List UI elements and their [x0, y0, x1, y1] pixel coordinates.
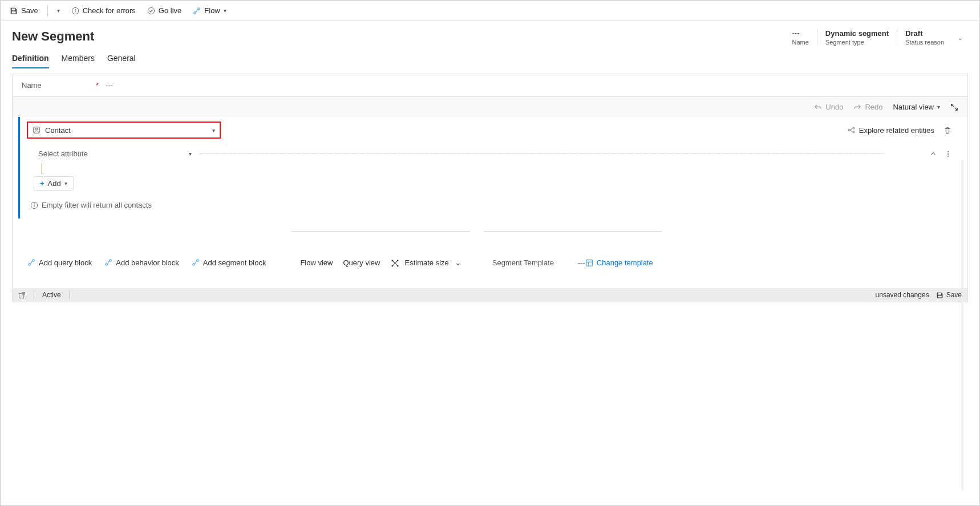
- svg-point-24: [396, 260, 398, 261]
- required-indicator: *: [96, 81, 99, 90]
- svg-point-8: [848, 129, 850, 131]
- popout-button[interactable]: [18, 291, 26, 299]
- chevron-down-icon[interactable]: ⌄: [455, 258, 461, 267]
- check-errors-button[interactable]: Check for errors: [67, 4, 140, 17]
- chevron-up-icon: [930, 151, 937, 157]
- attribute-placeholder: Select attribute: [38, 149, 88, 158]
- status-save-button[interactable]: Save: [936, 291, 962, 299]
- undo-label: Undo: [825, 103, 843, 111]
- chevron-down-icon: ▾: [64, 180, 67, 187]
- redo-icon: [853, 103, 861, 111]
- tab-general[interactable]: General: [107, 54, 136, 68]
- attribute-selector[interactable]: Select attribute ▾: [34, 145, 196, 161]
- svg-point-7: [35, 128, 38, 131]
- svg-rect-16: [34, 205, 34, 207]
- add-query-label: Add query block: [39, 258, 92, 267]
- tab-members[interactable]: Members: [62, 54, 95, 68]
- change-template-button[interactable]: Change template: [585, 258, 653, 267]
- svg-point-12: [947, 153, 949, 155]
- add-label: Add: [48, 179, 61, 188]
- add-condition-button[interactable]: + Add ▾: [34, 176, 74, 191]
- svg-point-22: [197, 260, 199, 262]
- go-live-button[interactable]: Go live: [143, 4, 186, 17]
- name-field-row: Name * ---: [13, 74, 967, 97]
- more-vertical-icon: [945, 151, 951, 157]
- svg-point-18: [33, 260, 35, 262]
- flow-button[interactable]: Flow ▾: [188, 4, 230, 17]
- explore-related-button[interactable]: Explore related entities: [848, 126, 934, 135]
- flow-icon: [27, 258, 35, 266]
- header-expand-button[interactable]: ⌄: [952, 33, 968, 42]
- designer-toolbar: Undo Redo Natural view ▾: [13, 97, 967, 117]
- meta-value: Dynamic segment: [825, 29, 889, 38]
- flow-view-link[interactable]: Flow view: [300, 258, 333, 267]
- check-errors-label: Check for errors: [83, 6, 136, 15]
- flow-label: Flow: [204, 6, 220, 15]
- vertical-scrollbar[interactable]: [958, 160, 966, 491]
- add-query-block-button[interactable]: Add query block: [27, 231, 92, 294]
- block-actions: Explore related entities: [848, 126, 951, 135]
- relation-icon: [848, 126, 856, 134]
- svg-point-11: [947, 151, 949, 152]
- contact-icon: [33, 126, 41, 134]
- view-estimate-row: Flow view Query view Estimate size ⌄: [291, 231, 470, 294]
- page-title: New Segment: [12, 29, 94, 44]
- save-label: Save: [21, 6, 38, 15]
- svg-point-9: [853, 127, 855, 129]
- info-icon: [30, 201, 38, 209]
- row-more-button[interactable]: [945, 149, 951, 158]
- svg-point-15: [34, 203, 35, 204]
- entity-label: Contact: [45, 126, 71, 135]
- row-connector: [200, 153, 884, 154]
- go-live-label: Go live: [159, 6, 181, 15]
- save-dropdown[interactable]: ▾: [52, 5, 64, 16]
- undo-button[interactable]: Undo: [814, 103, 843, 111]
- tab-bar: Definition Members General: [1, 46, 979, 69]
- chevron-down-icon: ▾: [212, 127, 215, 133]
- add-segment-block-button[interactable]: Add segment block: [192, 231, 266, 294]
- svg-point-20: [110, 260, 112, 262]
- estimate-icon: [391, 258, 399, 268]
- check-circle-icon: [147, 7, 155, 15]
- name-label: Name: [22, 81, 96, 90]
- template-icon: [585, 259, 593, 267]
- svg-rect-2: [75, 10, 75, 13]
- redo-button[interactable]: Redo: [853, 103, 882, 111]
- trash-icon: [943, 127, 951, 135]
- add-behavior-block-button[interactable]: Add behavior block: [104, 231, 179, 294]
- add-behavior-label: Add behavior block: [116, 258, 179, 267]
- svg-point-1: [75, 9, 76, 10]
- estimate-controls: Estimate size ⌄: [391, 258, 461, 268]
- fullscreen-button[interactable]: [950, 103, 958, 111]
- svg-point-3: [148, 7, 154, 14]
- svg-point-4: [194, 11, 196, 14]
- tab-definition[interactable]: Definition: [12, 54, 49, 68]
- view-label: Natural view: [893, 103, 934, 111]
- template-value: ---: [578, 258, 585, 267]
- estimate-size-button[interactable]: Estimate size: [405, 258, 449, 267]
- save-button[interactable]: Save: [5, 4, 43, 17]
- chevron-down-icon: ▾: [189, 151, 192, 157]
- view-selector[interactable]: Natural view ▾: [893, 103, 940, 111]
- svg-point-25: [391, 265, 392, 266]
- svg-rect-27: [586, 260, 593, 266]
- delete-block-button[interactable]: [943, 126, 951, 135]
- entity-selector[interactable]: Contact ▾: [27, 122, 221, 139]
- separator: [69, 291, 70, 299]
- flow-icon: [192, 258, 200, 266]
- query-view-link[interactable]: Query view: [343, 258, 380, 267]
- meta-label: Segment type: [825, 39, 889, 46]
- svg-point-13: [947, 156, 949, 157]
- template-row: Segment Template --- Change template: [483, 231, 662, 294]
- meta-name: --- Name: [784, 29, 817, 46]
- svg-point-23: [391, 260, 392, 261]
- chevron-down-icon: ⌄: [958, 35, 962, 41]
- collapse-row-button[interactable]: [930, 149, 937, 158]
- meta-value: Draft: [905, 29, 944, 38]
- connector-line: [42, 164, 42, 174]
- name-value[interactable]: ---: [106, 81, 113, 90]
- meta-status-reason: Draft Status reason: [897, 29, 952, 46]
- empty-filter-hint: Empty filter will return all contacts: [30, 201, 951, 209]
- expand-icon: [950, 103, 958, 111]
- undo-icon: [814, 103, 822, 111]
